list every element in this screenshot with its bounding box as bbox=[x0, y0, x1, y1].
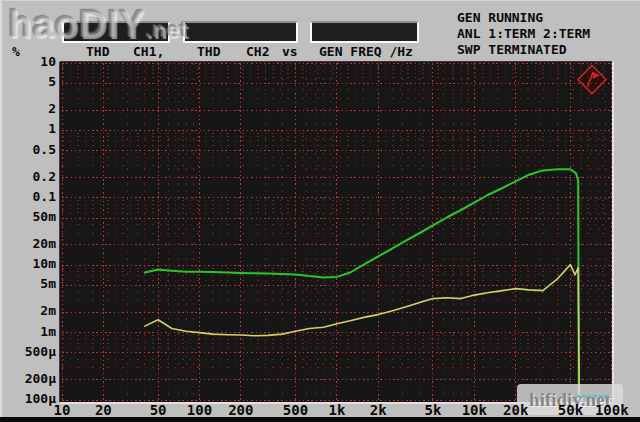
cyan-bottom-marker bbox=[577, 395, 610, 397]
x-tick-label: 50 bbox=[150, 403, 167, 418]
plot-area bbox=[60, 62, 612, 402]
y-tick-label: 100µ bbox=[0, 392, 56, 406]
x-tick-label: 100k bbox=[595, 403, 629, 418]
grid-dotted-red bbox=[62, 63, 612, 400]
y-tick-label: 500µ bbox=[0, 345, 56, 359]
trace-1 bbox=[145, 169, 579, 400]
y-tick-label: 20m bbox=[0, 237, 56, 251]
y-tick-label: 1 bbox=[0, 122, 56, 136]
readout-field-gen-freq bbox=[310, 21, 419, 43]
trace-vs-label: vs bbox=[282, 44, 298, 59]
readout-field-thd-ch2 bbox=[183, 21, 298, 43]
x-tick-label: 500 bbox=[283, 403, 308, 418]
x-tick-label: 50k bbox=[558, 403, 583, 418]
status-analyzer: ANL 1:TERM 2:TERM bbox=[457, 26, 590, 41]
screen-edge-top bbox=[0, 0, 640, 1]
y-tick-label: 50m bbox=[0, 210, 56, 224]
x-tick-label: 100 bbox=[187, 403, 212, 418]
y-tick-label: 200µ bbox=[0, 372, 56, 386]
y-tick-label: 1m bbox=[0, 325, 56, 339]
y-tick-label: 0.5 bbox=[0, 143, 56, 157]
y-tick-label: 0.1 bbox=[0, 190, 56, 204]
x-tick-label: 2k bbox=[370, 403, 387, 418]
x-tick-label: 1k bbox=[328, 403, 345, 418]
readout-field-thd-ch1 bbox=[62, 21, 170, 43]
rohde-schwarz-logo-icon bbox=[578, 66, 606, 94]
y-tick-label: 10m bbox=[0, 257, 56, 271]
x-tick-label: 200 bbox=[228, 403, 253, 418]
x-tick-label: 10 bbox=[54, 403, 71, 418]
trace2-channel-label: CH2 bbox=[246, 44, 269, 59]
trace1-func-label: THD bbox=[86, 44, 109, 59]
status-generator: GEN RUNNING bbox=[457, 10, 543, 25]
thd-vs-frequency-chart bbox=[60, 62, 612, 402]
y-tick-label: 5m bbox=[0, 277, 56, 291]
trace2-func-label: THD bbox=[197, 44, 220, 59]
x-tick-label: 20 bbox=[95, 403, 112, 418]
x-tick-label: 20k bbox=[503, 403, 528, 418]
x-tick-label: 10k bbox=[462, 403, 487, 418]
y-tick-label: 0.2 bbox=[0, 170, 56, 184]
y-tick-label: 10 bbox=[0, 55, 56, 69]
analyzer-screen: haoDIY.net % THD CH1, THD CH2 vs GEN FRE… bbox=[0, 0, 640, 422]
x-tick-label: 5k bbox=[425, 403, 442, 418]
y-tick-label: 2m bbox=[0, 304, 56, 318]
trace1-channel-label: CH1, bbox=[133, 44, 164, 59]
x-axis-source-label: GEN FREQ /Hz bbox=[319, 44, 413, 59]
y-tick-label: 5 bbox=[0, 75, 56, 89]
status-sweep: SWP TERMINATED bbox=[457, 42, 567, 57]
y-tick-label: 2 bbox=[0, 102, 56, 116]
